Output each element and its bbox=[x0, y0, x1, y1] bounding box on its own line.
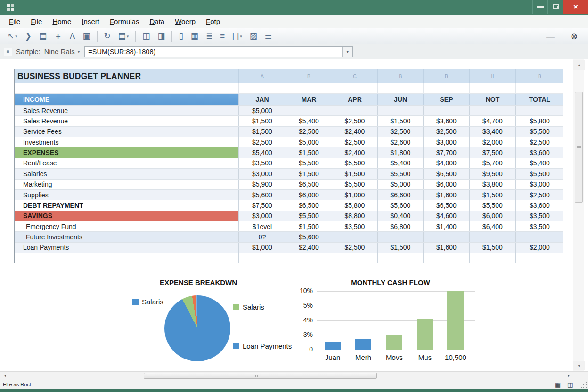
chart-box-icon[interactable]: ▣ bbox=[79, 30, 94, 42]
cell[interactable]: $3,500 bbox=[515, 221, 564, 231]
cell[interactable]: $1,800 bbox=[377, 147, 423, 157]
cell[interactable]: $5,500 bbox=[332, 158, 377, 168]
cell[interactable] bbox=[515, 106, 564, 115]
menu-item-data-5[interactable]: Data bbox=[144, 16, 170, 27]
month-header-apr[interactable]: APR bbox=[332, 94, 377, 105]
cell[interactable] bbox=[377, 106, 423, 115]
cell[interactable]: $5,500 bbox=[286, 158, 332, 168]
row-label[interactable]: Emergency Fund bbox=[15, 221, 238, 231]
cell[interactable]: $6,400 bbox=[469, 221, 515, 231]
chevron-icon[interactable]: ❯ bbox=[21, 30, 35, 42]
column-letter[interactable]: B bbox=[286, 69, 332, 83]
cell[interactable] bbox=[469, 106, 515, 115]
scroll-left-arrow[interactable]: ◄ bbox=[1, 372, 8, 380]
month-header-total[interactable]: TOTAL bbox=[515, 94, 564, 105]
list-dropdown-icon[interactable]: ▤▾ bbox=[114, 30, 133, 42]
row-label[interactable]: Sales Revenue bbox=[15, 106, 238, 115]
cell[interactable]: $1,500 bbox=[238, 116, 286, 126]
column-letter[interactable]: B bbox=[515, 69, 564, 83]
cell[interactable]: $7,500 bbox=[238, 200, 286, 210]
cell[interactable]: $2,500 bbox=[238, 137, 286, 147]
row-label[interactable]: DEBT REPAYMENT bbox=[15, 200, 238, 210]
notes-icon[interactable]: ▤ bbox=[35, 30, 50, 42]
vertical-scrollbar-thumb[interactable] bbox=[575, 92, 583, 203]
cell[interactable]: $6,600 bbox=[377, 190, 423, 200]
row-label[interactable]: Salaries bbox=[15, 169, 238, 179]
cell[interactable]: $5,500 bbox=[377, 169, 423, 179]
cell[interactable]: $1,500 bbox=[377, 116, 423, 126]
refresh-icon[interactable]: ↻ bbox=[100, 30, 114, 42]
cell[interactable]: $5,400 bbox=[286, 116, 332, 126]
normal-view-icon[interactable]: ▦ bbox=[555, 381, 561, 388]
cell[interactable] bbox=[238, 253, 286, 263]
cell[interactable]: $5,400 bbox=[238, 147, 286, 157]
cell[interactable]: $1,500 bbox=[469, 190, 515, 200]
cell[interactable] bbox=[238, 83, 286, 93]
cell[interactable]: $6,500 bbox=[423, 200, 469, 210]
cell[interactable]: $2,500 bbox=[332, 137, 377, 147]
dropdown-caret-icon[interactable]: ▾ bbox=[127, 34, 129, 39]
column-letter[interactable]: A bbox=[238, 69, 286, 83]
cell[interactable] bbox=[15, 83, 238, 93]
scroll-up-arrow[interactable]: ▲ bbox=[573, 60, 585, 70]
cell[interactable] bbox=[332, 83, 377, 93]
cell[interactable]: $6,500 bbox=[423, 169, 469, 179]
paste-icon[interactable]: ◨ bbox=[154, 30, 169, 42]
horizontal-scrollbar-thumb[interactable] bbox=[144, 373, 377, 379]
cell[interactable]: $1,500 bbox=[469, 243, 515, 253]
menu-item-file-1[interactable]: File bbox=[25, 16, 47, 27]
numbered-list-icon[interactable]: ≣ bbox=[202, 30, 216, 42]
horizontal-scrollbar[interactable]: ◄ ► bbox=[0, 371, 588, 380]
cell[interactable]: $1,600 bbox=[423, 243, 469, 253]
cell[interactable]: $2,400 bbox=[332, 127, 377, 137]
menu-item-fotp-7[interactable]: Fotp bbox=[201, 16, 225, 27]
sheet-select-icon[interactable]: ≡ bbox=[4, 48, 12, 56]
cell[interactable]: $2,500 bbox=[515, 190, 564, 200]
name-box[interactable]: Nine Rals ▾ bbox=[44, 48, 80, 56]
cell[interactable]: $3,600 bbox=[515, 200, 564, 210]
cell[interactable] bbox=[515, 83, 564, 93]
cell[interactable]: $6,800 bbox=[377, 221, 423, 231]
cell[interactable]: $1evel bbox=[238, 221, 286, 231]
cell[interactable]: $2,600 bbox=[377, 137, 423, 147]
cursor-icon[interactable]: ↖▾ bbox=[4, 30, 21, 42]
cell[interactable]: $6,000 bbox=[469, 211, 515, 221]
row-label[interactable] bbox=[15, 253, 238, 263]
cell[interactable]: $9,500 bbox=[469, 169, 515, 179]
cell[interactable]: $3,600 bbox=[423, 116, 469, 126]
column-letter[interactable]: B bbox=[377, 69, 423, 83]
cell[interactable]: $1,500 bbox=[286, 147, 332, 157]
cell[interactable] bbox=[469, 232, 515, 242]
close-circle-icon[interactable]: ⊗ bbox=[567, 30, 581, 42]
cell[interactable]: $1,600 bbox=[423, 190, 469, 200]
align-lines-icon[interactable]: ≡ bbox=[216, 31, 229, 42]
cell[interactable]: $3,000 bbox=[238, 169, 286, 179]
cell[interactable]: $5,000 bbox=[238, 106, 286, 115]
cell[interactable]: $6,500 bbox=[286, 180, 332, 189]
cell[interactable]: $1,400 bbox=[423, 221, 469, 231]
dropdown-caret-icon[interactable]: ▾ bbox=[15, 34, 17, 39]
cell[interactable] bbox=[332, 106, 377, 115]
cell[interactable]: $7,500 bbox=[469, 147, 515, 157]
cell[interactable]: $5,400 bbox=[515, 158, 564, 168]
cell[interactable]: $1,500 bbox=[377, 243, 423, 253]
cell[interactable] bbox=[332, 232, 377, 242]
cell[interactable]: $5,000 bbox=[286, 137, 332, 147]
menu-item-home-2[interactable]: Home bbox=[47, 16, 76, 27]
cell[interactable]: $5,500 bbox=[332, 180, 377, 189]
row-label[interactable]: Investments bbox=[15, 137, 238, 147]
cell[interactable]: $1,500 bbox=[332, 169, 377, 179]
cell[interactable] bbox=[332, 253, 377, 263]
cell[interactable]: $3,400 bbox=[469, 127, 515, 137]
column-letter[interactable]: II bbox=[469, 69, 515, 83]
cell[interactable] bbox=[515, 232, 564, 242]
vertical-scrollbar[interactable]: ▲ ▼ bbox=[573, 59, 584, 371]
menu-item-insert-3[interactable]: Insert bbox=[76, 16, 105, 27]
cell[interactable]: $5,700 bbox=[469, 158, 515, 168]
row-label[interactable]: Loan Payments bbox=[15, 243, 238, 253]
cell[interactable] bbox=[515, 253, 564, 263]
copy-search-icon[interactable]: ◫ bbox=[139, 30, 154, 42]
cell[interactable]: $1,000 bbox=[332, 190, 377, 200]
cell[interactable]: $1,500 bbox=[286, 169, 332, 179]
cell[interactable]: $2,500 bbox=[332, 116, 377, 126]
